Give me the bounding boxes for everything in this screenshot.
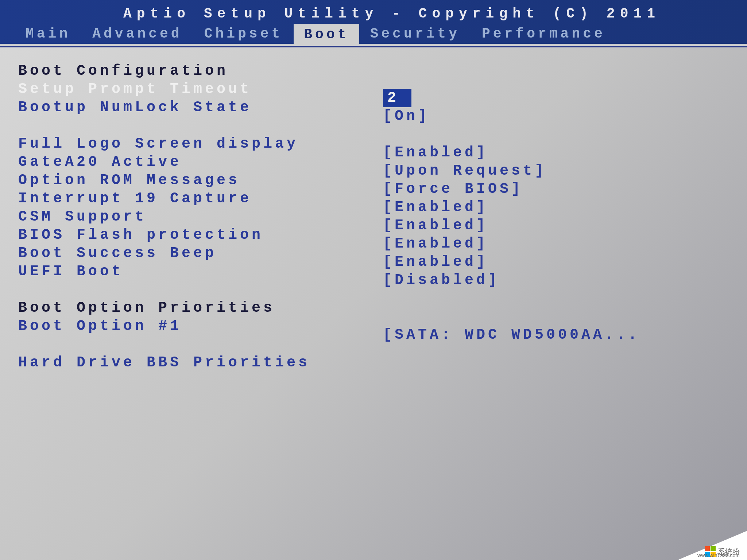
setting-label: CSM Support [18,208,383,226]
tab-advanced[interactable]: Advanced [81,24,193,44]
setting-label: Boot Option #1 [18,317,383,335]
header-bar: Aptio Setup Utility - Copyright (C) 2011… [0,0,747,44]
setting-label: Interrupt 19 Capture [18,190,383,208]
setting-label: Full Logo Screen display [18,135,383,153]
tab-row: Main Advanced Chipset Boot Security Perf… [0,24,616,44]
tab-chipset[interactable]: Chipset [193,24,294,44]
bios-title: Aptio Setup Utility - Copyright (C) 2011 [36,3,747,24]
boot-config-header: Boot Configuration [18,62,729,80]
setting-label: BIOS Flash protection [18,226,383,244]
setting-label: Option ROM Messages [18,171,383,190]
setting-value: [Enabled] [383,253,729,271]
tab-boot[interactable]: Boot [294,24,359,44]
bios-screen: Aptio Setup Utility - Copyright (C) 2011… [0,0,747,560]
setting-value: [Disabled] [383,271,729,289]
watermark: 系统粉 www.win7999.com [705,546,740,557]
watermark-url: www.win7999.com [697,552,740,558]
tab-performance[interactable]: Performance [471,24,616,44]
setting-label: Hard Drive BBS Priorities [18,354,383,372]
setting-label: Bootup NumLock State [18,98,383,117]
setting-setup-prompt-timeout[interactable]: Setup Prompt Timeout 2 [18,80,729,98]
setting-value: [Enabled] [383,144,729,162]
tab-main[interactable]: Main [15,24,81,44]
setting-label: Setup Prompt Timeout [18,80,383,98]
setting-value: [On] [383,107,729,125]
setting-value: 2 [383,89,729,107]
setting-label: GateA20 Active [18,153,383,171]
setting-label: UEFI Boot [18,262,383,281]
setting-boot-option-1[interactable]: Boot Option #1 [SATA: WDC WD5000AA... [18,317,729,335]
setting-value: [Enabled] [383,235,729,253]
setting-value: [Enabled] [383,217,729,235]
setting-value: [Force BIOS] [383,180,729,198]
setting-hdd-bbs[interactable]: Hard Drive BBS Priorities [18,354,729,372]
setting-value: [Enabled] [383,198,729,217]
content-area: Boot Configuration Setup Prompt Timeout … [0,47,747,386]
setting-label: Boot Success Beep [18,244,383,262]
setting-value: [SATA: WDC WD5000AA... [383,326,729,344]
setting-full-logo[interactable]: Full Logo Screen display [Enabled] [18,135,729,153]
tab-security[interactable]: Security [359,24,471,44]
setting-value: [Upon Request] [383,162,729,180]
boot-priorities-header: Boot Option Priorities [18,299,729,317]
